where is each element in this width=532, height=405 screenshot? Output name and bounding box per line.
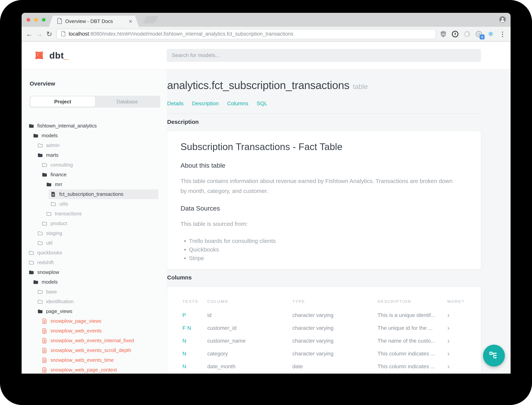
table-row[interactable]: P id character varying This is a unique … [183,309,466,322]
tree-item-icon [51,201,56,207]
url-text: localhost:8080/index.html#!/model/model.… [69,31,293,37]
reload-button[interactable]: ↻ [44,31,54,38]
tree-item[interactable]: snowplow_page_views [22,316,167,326]
tree-item-icon [28,260,34,265]
cell-description: The name of the custo... [377,338,447,344]
tree-item[interactable]: fishtown_internal_analytics [22,121,167,131]
page-title: analytics.fct_subscription_transactionst… [167,79,481,93]
zoom-window-button[interactable] [42,18,46,22]
minimize-window-button[interactable] [34,18,38,22]
sources-intro: This table is sourced from: [181,219,460,229]
section-nav-link[interactable]: Details [167,100,184,107]
tree-item[interactable]: marts [22,150,167,160]
search-input[interactable] [167,49,481,62]
table-row[interactable]: N category character varying This column… [183,347,466,360]
section-nav-link[interactable]: Description [192,100,219,107]
back-button[interactable]: ← [24,31,34,38]
tree-item-icon [37,230,43,236]
forward-button[interactable]: → [34,31,44,38]
url-bar[interactable]: localhost:8080/index.html#!/model/model.… [56,29,436,39]
cell-column: id [207,312,292,318]
tree-item[interactable]: staging [22,228,167,238]
cell-description: The unique id for the ... [377,325,447,331]
tab-project[interactable]: Project [30,96,95,107]
disabled-extension-icon[interactable] [463,30,471,38]
row-expand-chevron-icon[interactable]: › [447,325,466,331]
browser-menu-icon[interactable]: ⋮ [499,30,506,38]
tab-close-icon[interactable]: × [129,18,132,24]
columns-section-label: Columns [167,274,481,281]
tree-item-label: consulting [51,162,73,168]
tree-item[interactable]: finance [22,170,167,180]
row-expand-chevron-icon[interactable]: › [447,312,466,319]
tree-item[interactable]: consulting [22,160,167,170]
sidebar-view-switch: Project Database [30,96,160,108]
table-row[interactable]: N date_month date This column indicates … [183,360,466,373]
tree-item-icon [46,182,52,187]
tree-item[interactable]: snowplow_web_events_time [22,355,167,365]
row-expand-chevron-icon[interactable]: › [447,338,466,344]
tree-item-icon [28,270,34,275]
cell-description: This column indicates ... [377,351,447,357]
browser-tab[interactable]: Overview - DBT Docs × [49,16,139,27]
tree-item[interactable]: snowplow [22,267,167,277]
tree-item-icon [33,279,39,285]
tree-item[interactable]: transactions [22,209,167,219]
tree-item[interactable]: admin [22,141,167,150]
tree-item[interactable]: mrr [22,180,167,189]
about-text: This table contains information about re… [181,176,460,196]
tree-item[interactable]: product [22,219,167,228]
tree-item[interactable]: quickbooks [22,248,167,258]
dbt-logo-icon [33,49,46,62]
tree-item-icon [42,357,47,363]
divider [167,113,481,114]
tree-item[interactable]: snowplow_web_events_internal_fixed [22,336,167,345]
row-expand-chevron-icon[interactable]: › [447,363,466,370]
main-content: analytics.fct_subscription_transactionst… [167,69,511,374]
new-tab-button[interactable] [143,16,158,23]
dbt-logo[interactable]: dbt_ [33,49,69,62]
tree-item-label: utils [59,201,68,207]
col-header-column: COLUMN [207,299,292,304]
tree-item[interactable]: base [22,287,167,297]
row-expand-chevron-icon[interactable]: › [447,350,466,357]
cell-type: character varying [292,338,377,344]
lineage-graph-button[interactable] [483,345,505,366]
onepassword-extension-icon[interactable] [451,30,459,38]
cell-type: character varying [292,351,377,357]
ublock-extension-icon[interactable]: uO [440,30,447,38]
tree-item[interactable]: models [22,277,167,287]
cell-description: This column indicates ... [377,364,447,370]
close-window-button[interactable] [26,18,30,22]
tree-item[interactable]: identification [22,297,167,306]
tree-item-icon [28,123,34,129]
tree-item-label: snowplow_page_views [51,318,101,324]
snowflake-extension-icon[interactable]: ❄ [487,30,494,38]
tab-database[interactable]: Database [95,96,160,107]
tree-item[interactable]: snowplow_web_events [22,326,167,336]
window-controls [26,13,46,27]
cell-description: This is a unique identif... [377,312,447,318]
section-nav-link[interactable]: SQL [257,100,267,107]
tree-item-label: marts [46,152,59,158]
tree-item[interactable]: redshift [22,258,167,267]
tree-item[interactable]: utils [22,199,167,209]
tree-item[interactable]: snowplow_web_events_scroll_depth [22,345,167,355]
power-extension-icon[interactable]: x [475,30,483,38]
tree-item-label: redshift [37,260,53,265]
tree-item[interactable]: fct_subscription_transactions [22,189,167,199]
tab-title: Overview - DBT Docs [65,18,126,24]
tree-item-icon [42,162,47,168]
browser-profile-avatar[interactable] [499,16,506,24]
tree-item-label: snowplow_web_events [51,328,102,334]
tree-item[interactable]: models [22,131,167,141]
tree-item-label: snowplow [37,269,59,275]
columns-table-body: P id character varying This is a unique … [183,309,466,373]
tree-item[interactable]: snowplow_web_page_context [22,365,167,374]
tree-item-label: fct_subscription_transactions [59,191,123,197]
table-row[interactable]: F N customer_id character varying The un… [183,322,466,334]
section-nav-link[interactable]: Columns [227,100,248,107]
tree-item[interactable]: page_views [22,306,167,316]
table-row[interactable]: N customer_name character varying The na… [183,334,466,347]
tree-item[interactable]: util [22,238,167,248]
